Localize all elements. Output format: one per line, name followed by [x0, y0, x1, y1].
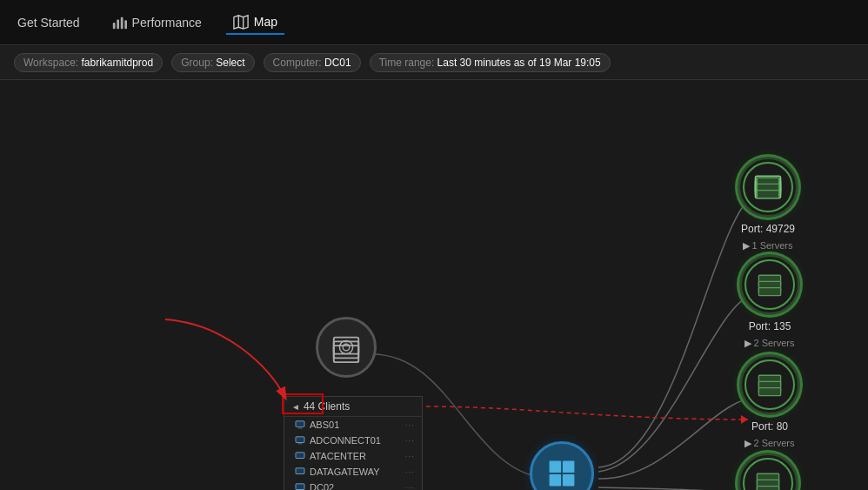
svg-rect-19	[757, 191, 778, 198]
clients-node[interactable]	[316, 317, 377, 378]
svg-rect-17	[757, 178, 778, 189]
svg-rect-20	[758, 275, 780, 286]
chart-icon	[111, 15, 127, 30]
group-value: Select	[216, 57, 244, 69]
client-row-dc02[interactable]: DC02 ···	[284, 480, 422, 490]
map-icon	[233, 14, 249, 30]
svg-marker-4	[234, 15, 248, 28]
port135-circle	[739, 254, 800, 315]
get-started-label: Get Started	[17, 16, 80, 30]
performance-label: Performance	[132, 16, 202, 30]
toolbar: Workspace: fabrikamitdprod Group: Select…	[0, 45, 868, 80]
port80-label: Port: 80	[751, 420, 788, 433]
port49729-node[interactable]: Port: 49729 ▶1 Servers	[738, 157, 798, 252]
svg-rect-21	[758, 281, 780, 292]
port80-sublabel: ▶2 Servers	[744, 438, 794, 449]
svg-rect-28	[757, 487, 778, 490]
pc-icon	[295, 420, 305, 429]
svg-rect-3	[124, 20, 127, 29]
svg-rect-18	[757, 184, 778, 195]
workspace-value: fabrikamitdprod	[81, 57, 153, 69]
svg-rect-2	[120, 17, 123, 29]
server-icon-3	[754, 369, 785, 400]
port135-label: Port: 135	[749, 320, 791, 332]
group-label: Group:	[181, 57, 213, 69]
workspace-label: Workspace:	[23, 57, 78, 69]
timerange-label: Time range:	[379, 57, 435, 69]
nav-get-started[interactable]: Get Started	[10, 12, 87, 33]
client-row-atacenter[interactable]: ATACENTER ···	[284, 448, 422, 464]
svg-rect-23	[758, 375, 780, 386]
port80-circle	[739, 354, 800, 415]
windows-icon	[546, 458, 578, 489]
pc-icon-4	[295, 467, 305, 476]
computer-pill[interactable]: Computer: DC01	[264, 53, 361, 72]
svg-rect-45	[296, 484, 304, 490]
server-icon-2	[754, 269, 785, 300]
svg-rect-44	[296, 468, 304, 474]
pc-icon-3	[295, 452, 305, 460]
map-canvas: Port: 49729 ▶1 Servers Port: 135 ▶2 Serv…	[0, 80, 868, 490]
computer-value: DC01	[324, 57, 351, 69]
svg-rect-1	[117, 19, 119, 29]
nav-performance[interactable]: Performance	[104, 11, 209, 34]
topbar: Get Started Performance Map	[0, 0, 868, 45]
annotation-red-box	[282, 393, 324, 414]
port135-node[interactable]: Port: 135 ▶2 Servers	[739, 254, 800, 349]
svg-rect-0	[112, 23, 115, 29]
pc-icon-2	[295, 436, 305, 445]
map-label: Map	[254, 15, 277, 29]
port135-sublabel: ▶2 Servers	[744, 338, 794, 349]
svg-rect-27	[757, 480, 778, 490]
port49729-sublabel: ▶1 Servers	[743, 240, 792, 252]
port49729-circle	[738, 157, 798, 218]
port49729-label: Port: 49729	[741, 223, 795, 235]
workspace-pill[interactable]: Workspace: fabrikamitdprod	[14, 53, 163, 72]
server-icon	[752, 171, 784, 203]
svg-rect-39	[298, 427, 303, 428]
port64485-circle	[738, 453, 798, 490]
timerange-pill[interactable]: Time range: Last 30 minutes as of 19 Mar…	[370, 53, 611, 72]
dc01-node[interactable]: DC01 ▶32 Processes	[529, 441, 596, 490]
port80-node[interactable]: Port: 80 ▶2 Servers	[739, 354, 800, 449]
svg-point-36	[339, 340, 352, 353]
timerange-value: Last 30 minutes as of 19 Mar 19:05	[437, 57, 601, 69]
connection-lines	[0, 80, 868, 490]
server-icon-4	[752, 467, 784, 490]
clients-icon	[330, 331, 363, 364]
svg-rect-26	[757, 473, 778, 485]
nav-map[interactable]: Map	[226, 10, 284, 35]
svg-rect-38	[296, 421, 304, 427]
client-row-abs01[interactable]: ABS01 ···	[284, 417, 422, 433]
svg-rect-24	[758, 381, 780, 393]
computer-label: Computer:	[273, 57, 322, 69]
svg-rect-25	[758, 388, 780, 396]
port64485-node[interactable]: Port: 64485 ▶1 Servers	[738, 453, 798, 490]
svg-rect-32	[563, 474, 575, 487]
svg-rect-13	[756, 176, 781, 191]
red-annotation-arrow	[157, 315, 296, 411]
svg-rect-42	[298, 443, 303, 444]
svg-rect-30	[563, 461, 575, 473]
clients-circle	[316, 317, 377, 378]
group-pill[interactable]: Group: Select	[171, 53, 254, 72]
svg-rect-15	[756, 183, 781, 198]
client-row-datagateway[interactable]: DATAGATEWAY ···	[284, 464, 422, 480]
client-row-adconnect01[interactable]: ADCONNECT01 ···	[284, 433, 422, 448]
svg-rect-43	[296, 453, 304, 459]
svg-rect-14	[756, 179, 781, 195]
pc-icon-5	[295, 483, 305, 490]
svg-rect-31	[550, 474, 562, 487]
svg-rect-22	[758, 288, 780, 296]
svg-rect-29	[550, 461, 562, 473]
dc01-circle	[530, 441, 594, 490]
svg-rect-41	[296, 437, 304, 443]
